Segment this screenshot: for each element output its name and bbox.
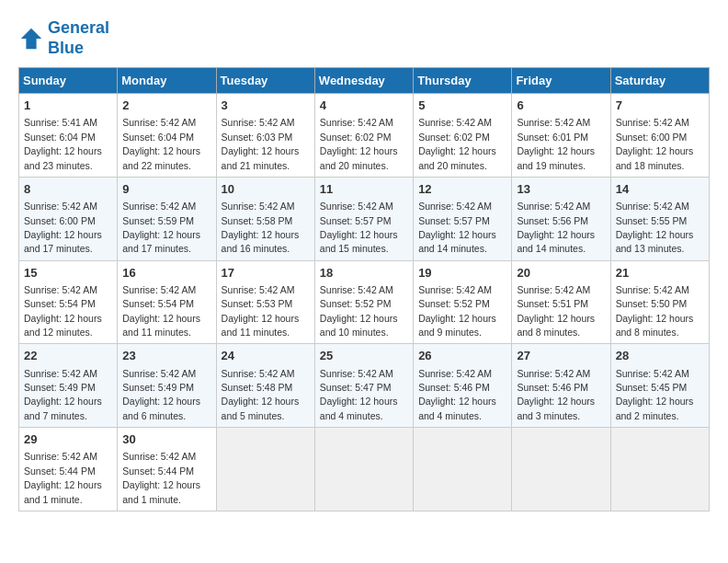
calendar-header: SundayMondayTuesdayWednesdayThursdayFrid… xyxy=(19,68,710,94)
weekday-header-tuesday: Tuesday xyxy=(216,68,314,94)
day-number: 13 xyxy=(517,181,605,198)
calendar-cell: 16Sunrise: 5:42 AMSunset: 5:54 PMDayligh… xyxy=(118,260,216,344)
day-info: Sunrise: 5:42 AMSunset: 5:45 PMDaylight:… xyxy=(616,368,694,421)
calendar-cell: 20Sunrise: 5:42 AMSunset: 5:51 PMDayligh… xyxy=(512,260,610,344)
day-number: 5 xyxy=(418,98,506,114)
day-info: Sunrise: 5:42 AMSunset: 5:48 PMDaylight:… xyxy=(222,368,300,421)
weekday-header-friday: Friday xyxy=(512,68,610,94)
day-number: 12 xyxy=(418,181,506,198)
page-header: GeneralBlue xyxy=(18,18,710,58)
day-info: Sunrise: 5:42 AMSunset: 5:49 PMDaylight:… xyxy=(122,368,200,421)
calendar-week-5: 29Sunrise: 5:42 AMSunset: 5:44 PMDayligh… xyxy=(19,428,710,511)
calendar-cell: 12Sunrise: 5:42 AMSunset: 5:57 PMDayligh… xyxy=(414,177,512,260)
day-number: 8 xyxy=(24,181,112,198)
day-info: Sunrise: 5:42 AMSunset: 5:52 PMDaylight:… xyxy=(320,284,398,338)
calendar-week-2: 8Sunrise: 5:42 AMSunset: 6:00 PMDaylight… xyxy=(19,177,710,260)
logo: GeneralBlue xyxy=(18,18,109,58)
calendar-week-3: 15Sunrise: 5:42 AMSunset: 5:54 PMDayligh… xyxy=(19,260,710,344)
calendar-cell: 24Sunrise: 5:42 AMSunset: 5:48 PMDayligh… xyxy=(216,344,314,428)
calendar-cell: 22Sunrise: 5:42 AMSunset: 5:49 PMDayligh… xyxy=(19,344,118,428)
calendar-cell: 15Sunrise: 5:42 AMSunset: 5:54 PMDayligh… xyxy=(19,260,118,344)
day-info: Sunrise: 5:41 AMSunset: 6:04 PMDaylight:… xyxy=(24,117,102,170)
day-number: 16 xyxy=(122,265,210,282)
calendar-cell xyxy=(216,428,314,511)
day-info: Sunrise: 5:42 AMSunset: 5:59 PMDaylight:… xyxy=(122,201,200,254)
day-info: Sunrise: 5:42 AMSunset: 5:50 PMDaylight:… xyxy=(616,284,694,338)
day-info: Sunrise: 5:42 AMSunset: 5:46 PMDaylight:… xyxy=(517,368,595,421)
calendar-week-4: 22Sunrise: 5:42 AMSunset: 5:49 PMDayligh… xyxy=(19,344,710,428)
day-number: 2 xyxy=(122,98,210,114)
day-number: 21 xyxy=(616,265,704,282)
day-info: Sunrise: 5:42 AMSunset: 5:49 PMDaylight:… xyxy=(24,368,102,421)
day-number: 4 xyxy=(320,98,408,114)
weekday-header-sunday: Sunday xyxy=(19,68,118,94)
weekday-header-thursday: Thursday xyxy=(414,68,512,94)
day-number: 20 xyxy=(517,265,605,282)
calendar-cell: 29Sunrise: 5:42 AMSunset: 5:44 PMDayligh… xyxy=(19,428,118,511)
calendar-cell: 6Sunrise: 5:42 AMSunset: 6:01 PMDaylight… xyxy=(512,94,610,178)
day-number: 23 xyxy=(122,348,210,364)
day-number: 29 xyxy=(24,431,112,448)
calendar-cell: 23Sunrise: 5:42 AMSunset: 5:49 PMDayligh… xyxy=(118,344,216,428)
calendar-cell: 21Sunrise: 5:42 AMSunset: 5:50 PMDayligh… xyxy=(610,260,709,344)
calendar-cell: 28Sunrise: 5:42 AMSunset: 5:45 PMDayligh… xyxy=(610,344,709,428)
logo-text: GeneralBlue xyxy=(48,18,109,58)
day-number: 30 xyxy=(122,431,210,448)
calendar-cell: 5Sunrise: 5:42 AMSunset: 6:02 PMDaylight… xyxy=(414,94,512,178)
calendar-cell: 7Sunrise: 5:42 AMSunset: 6:00 PMDaylight… xyxy=(610,94,709,178)
day-number: 7 xyxy=(616,98,704,114)
day-info: Sunrise: 5:42 AMSunset: 5:47 PMDaylight:… xyxy=(320,368,398,421)
calendar-cell xyxy=(610,428,709,511)
calendar-cell: 1Sunrise: 5:41 AMSunset: 6:04 PMDaylight… xyxy=(19,94,118,178)
day-info: Sunrise: 5:42 AMSunset: 6:04 PMDaylight:… xyxy=(122,117,200,170)
day-number: 3 xyxy=(222,98,310,114)
weekday-header-saturday: Saturday xyxy=(610,68,709,94)
calendar-cell xyxy=(314,428,413,511)
day-info: Sunrise: 5:42 AMSunset: 5:51 PMDaylight:… xyxy=(517,284,595,338)
day-number: 14 xyxy=(616,181,704,198)
day-number: 11 xyxy=(320,181,408,198)
calendar-cell: 30Sunrise: 5:42 AMSunset: 5:44 PMDayligh… xyxy=(118,428,216,511)
day-info: Sunrise: 5:42 AMSunset: 5:54 PMDaylight:… xyxy=(24,284,102,338)
calendar-week-1: 1Sunrise: 5:41 AMSunset: 6:04 PMDaylight… xyxy=(19,94,710,178)
calendar-cell: 17Sunrise: 5:42 AMSunset: 5:53 PMDayligh… xyxy=(216,260,314,344)
day-info: Sunrise: 5:42 AMSunset: 5:52 PMDaylight:… xyxy=(418,284,496,338)
calendar-cell: 3Sunrise: 5:42 AMSunset: 6:03 PMDaylight… xyxy=(216,94,314,178)
calendar-cell: 18Sunrise: 5:42 AMSunset: 5:52 PMDayligh… xyxy=(314,260,413,344)
day-info: Sunrise: 5:42 AMSunset: 5:53 PMDaylight:… xyxy=(222,284,300,338)
day-info: Sunrise: 5:42 AMSunset: 5:54 PMDaylight:… xyxy=(122,284,200,338)
day-info: Sunrise: 5:42 AMSunset: 5:58 PMDaylight:… xyxy=(222,201,300,254)
day-info: Sunrise: 5:42 AMSunset: 6:02 PMDaylight:… xyxy=(320,117,398,170)
logo-icon xyxy=(18,26,44,52)
day-info: Sunrise: 5:42 AMSunset: 6:03 PMDaylight:… xyxy=(222,117,300,170)
calendar-cell: 14Sunrise: 5:42 AMSunset: 5:55 PMDayligh… xyxy=(610,177,709,260)
day-info: Sunrise: 5:42 AMSunset: 5:46 PMDaylight:… xyxy=(418,368,496,421)
day-info: Sunrise: 5:42 AMSunset: 5:57 PMDaylight:… xyxy=(320,201,398,254)
day-info: Sunrise: 5:42 AMSunset: 6:00 PMDaylight:… xyxy=(616,117,694,170)
calendar-cell: 27Sunrise: 5:42 AMSunset: 5:46 PMDayligh… xyxy=(512,344,610,428)
weekday-header-wednesday: Wednesday xyxy=(314,68,413,94)
day-number: 15 xyxy=(24,265,112,282)
day-info: Sunrise: 5:42 AMSunset: 6:02 PMDaylight:… xyxy=(418,117,496,170)
day-info: Sunrise: 5:42 AMSunset: 6:01 PMDaylight:… xyxy=(517,117,595,170)
day-number: 22 xyxy=(24,348,112,364)
day-number: 1 xyxy=(24,98,112,114)
calendar-cell: 9Sunrise: 5:42 AMSunset: 5:59 PMDaylight… xyxy=(118,177,216,260)
calendar-cell: 11Sunrise: 5:42 AMSunset: 5:57 PMDayligh… xyxy=(314,177,413,260)
calendar-cell: 10Sunrise: 5:42 AMSunset: 5:58 PMDayligh… xyxy=(216,177,314,260)
svg-marker-0 xyxy=(21,28,41,48)
day-info: Sunrise: 5:42 AMSunset: 5:44 PMDaylight:… xyxy=(24,451,102,504)
day-number: 19 xyxy=(418,265,506,282)
calendar-table: SundayMondayTuesdayWednesdayThursdayFrid… xyxy=(18,67,710,511)
day-number: 18 xyxy=(320,265,408,282)
calendar-cell: 13Sunrise: 5:42 AMSunset: 5:56 PMDayligh… xyxy=(512,177,610,260)
day-number: 28 xyxy=(616,348,704,364)
calendar-cell: 26Sunrise: 5:42 AMSunset: 5:46 PMDayligh… xyxy=(414,344,512,428)
day-number: 26 xyxy=(418,348,506,364)
day-number: 24 xyxy=(222,348,310,364)
calendar-cell: 25Sunrise: 5:42 AMSunset: 5:47 PMDayligh… xyxy=(314,344,413,428)
weekday-header-monday: Monday xyxy=(118,68,216,94)
day-info: Sunrise: 5:42 AMSunset: 6:00 PMDaylight:… xyxy=(24,201,102,254)
calendar-cell xyxy=(414,428,512,511)
day-info: Sunrise: 5:42 AMSunset: 5:44 PMDaylight:… xyxy=(122,451,200,504)
